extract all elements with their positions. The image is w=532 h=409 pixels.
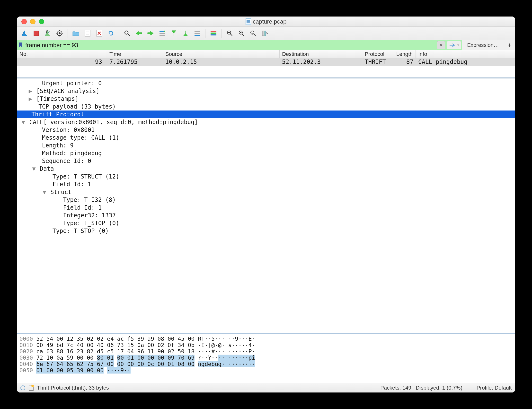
titlebar: capture.pcap <box>17 17 515 27</box>
go-forward-icon[interactable] <box>145 28 156 38</box>
svg-rect-20 <box>210 31 216 32</box>
hex-row[interactable]: 0040 6e 67 64 65 62 75 67 00 00 00 00 0c… <box>19 361 513 367</box>
cell-length: 87 <box>394 58 416 66</box>
packet-row[interactable]: 93 7.261795 10.0.2.15 52.11.202.3 THRIFT… <box>17 58 515 66</box>
svg-rect-0 <box>34 31 39 36</box>
chevron-right-icon[interactable]: ▶ <box>28 87 33 95</box>
zoom-in-icon[interactable] <box>225 28 235 38</box>
colorize-icon[interactable] <box>208 28 218 38</box>
stop-capture-icon[interactable] <box>31 28 41 38</box>
svg-rect-33 <box>262 31 264 36</box>
chevron-down-icon[interactable]: ▼ <box>42 189 47 196</box>
display-filter-input[interactable] <box>24 41 436 50</box>
hex-row[interactable]: 0010 00 49 bd 7c 40 00 40 06 73 15 0a 00… <box>19 342 513 348</box>
col-no[interactable]: No. <box>17 50 107 58</box>
filter-input-wrap: ✕ ▾ <box>17 40 462 50</box>
window-title: capture.pcap <box>253 18 287 25</box>
expert-info-icon[interactable] <box>20 385 25 390</box>
chevron-right-icon[interactable]: ▶ <box>28 95 33 102</box>
bookmark-icon[interactable] <box>17 43 24 48</box>
go-to-first-icon[interactable] <box>169 28 179 38</box>
svg-rect-19 <box>195 35 200 36</box>
svg-point-2 <box>59 32 61 34</box>
detail-row[interactable]: Message type: CALL (1) <box>17 134 515 142</box>
packet-details[interactable]: Urgent pointer: 0 ▶ [SEQ/ACK analysis] ▶… <box>17 78 515 333</box>
resize-columns-icon[interactable] <box>260 28 270 38</box>
detail-row[interactable]: TCP payload (33 bytes) <box>17 103 515 110</box>
svg-line-28 <box>242 34 244 36</box>
detail-row[interactable]: ▶ [SEQ/ACK analysis] <box>17 87 515 95</box>
find-packet-icon[interactable] <box>122 28 132 38</box>
clear-filter-button[interactable]: ✕ <box>437 41 445 49</box>
svg-rect-18 <box>195 33 200 34</box>
display-filter-bar: ✕ ▾ Expression… + <box>17 40 515 50</box>
detail-row[interactable]: Field Id: 1 <box>17 204 515 211</box>
col-length[interactable]: Length <box>394 50 416 58</box>
apply-filter-button[interactable]: ▾ <box>447 41 461 49</box>
detail-row[interactable]: ▼ Struct <box>17 188 515 196</box>
cell-time: 7.261795 <box>107 58 163 66</box>
detail-row[interactable]: Type: T_STRUCT (12) <box>17 173 515 181</box>
go-to-last-icon[interactable] <box>180 28 191 38</box>
packet-list[interactable]: 93 7.261795 10.0.2.15 52.11.202.3 THRIFT… <box>17 58 515 77</box>
capture-options-icon[interactable] <box>55 28 65 38</box>
detail-row[interactable]: Integer32: 1337 <box>17 211 515 219</box>
detail-row[interactable]: Field Id: 1 <box>17 181 515 188</box>
chevron-down-icon[interactable]: ▼ <box>21 118 26 126</box>
detail-row[interactable]: Sequence Id: 0 <box>17 157 515 165</box>
cell-info: CALL pingdebug <box>416 58 515 66</box>
status-left: Thrift Protocol (thrift), 33 bytes <box>37 385 109 391</box>
expression-button[interactable]: Expression… <box>462 40 504 50</box>
capture-notes-icon[interactable] <box>29 385 34 391</box>
chevron-down-icon[interactable]: ▼ <box>31 165 36 173</box>
detail-row[interactable]: Type: T_I32 (8) <box>17 196 515 204</box>
detail-row[interactable]: ▶ [Timestamps] <box>17 95 515 103</box>
detail-row[interactable]: Length: 9 <box>17 142 515 149</box>
detail-row[interactable]: ▼ Data <box>17 165 515 173</box>
col-protocol[interactable]: Protocol <box>362 50 394 58</box>
auto-scroll-icon[interactable] <box>192 28 202 38</box>
zoom-out-icon[interactable] <box>236 28 247 38</box>
svg-line-13 <box>128 34 130 36</box>
svg-rect-15 <box>160 33 165 34</box>
col-destination[interactable]: Destination <box>280 50 362 58</box>
svg-line-24 <box>230 34 232 36</box>
svg-point-12 <box>125 31 128 34</box>
open-file-icon[interactable] <box>71 28 81 38</box>
detail-row[interactable]: Type: T_STOP (0) <box>17 219 515 227</box>
col-time[interactable]: Time <box>107 50 163 58</box>
svg-rect-22 <box>210 34 216 36</box>
col-source[interactable]: Source <box>163 50 280 58</box>
detail-row[interactable]: ▼ CALL[ version:0x8001, seqid:0, method:… <box>17 118 515 126</box>
add-filter-button[interactable]: + <box>504 40 515 50</box>
close-file-icon[interactable] <box>94 28 104 38</box>
detail-row-selected[interactable]: Thrift Protocol <box>17 110 515 118</box>
file-icon <box>246 18 251 25</box>
zoom-reset-icon[interactable]: 1 <box>248 28 258 38</box>
cell-destination: 52.11.202.3 <box>280 58 362 66</box>
detail-row[interactable]: Type: T_STOP (0) <box>17 227 515 235</box>
restart-capture-icon[interactable] <box>43 28 53 38</box>
detail-row[interactable]: Urgent pointer: 0 <box>17 79 515 87</box>
reload-file-icon[interactable] <box>106 28 116 38</box>
go-back-icon[interactable] <box>134 28 144 38</box>
hex-row[interactable]: 0050 01 00 00 05 39 00 00 ····9·· <box>19 367 513 373</box>
detail-row[interactable]: Method: pingdebug <box>17 149 515 157</box>
svg-rect-17 <box>195 31 200 32</box>
svg-text:1: 1 <box>251 31 253 34</box>
col-info[interactable]: Info <box>416 50 515 58</box>
status-bar: Thrift Protocol (thrift), 33 bytes Packe… <box>17 383 515 392</box>
go-to-packet-icon[interactable] <box>157 28 167 38</box>
save-file-icon[interactable] <box>82 28 93 38</box>
svg-rect-21 <box>210 33 216 34</box>
cell-protocol: THRIFT <box>362 58 394 66</box>
hex-row[interactable]: 0000 52 54 00 12 35 02 02 e4 ac f5 39 a9… <box>19 336 513 342</box>
packet-list-header: No. Time Source Destination Protocol Len… <box>17 50 515 58</box>
status-profile[interactable]: Profile: Default <box>476 385 512 391</box>
shark-fin-icon[interactable] <box>19 28 30 38</box>
detail-row[interactable]: Version: 0x8001 <box>17 126 515 134</box>
packet-bytes[interactable]: 0000 52 54 00 12 35 02 02 e4 ac f5 39 a9… <box>17 334 515 383</box>
hex-row[interactable]: 0020 ca 03 88 16 23 82 d5 c5 17 04 96 11… <box>19 348 513 354</box>
cell-source: 10.0.2.15 <box>163 58 280 66</box>
hex-row[interactable]: 0030 72 10 0a 59 00 00 80 01 00 01 00 00… <box>19 354 513 361</box>
